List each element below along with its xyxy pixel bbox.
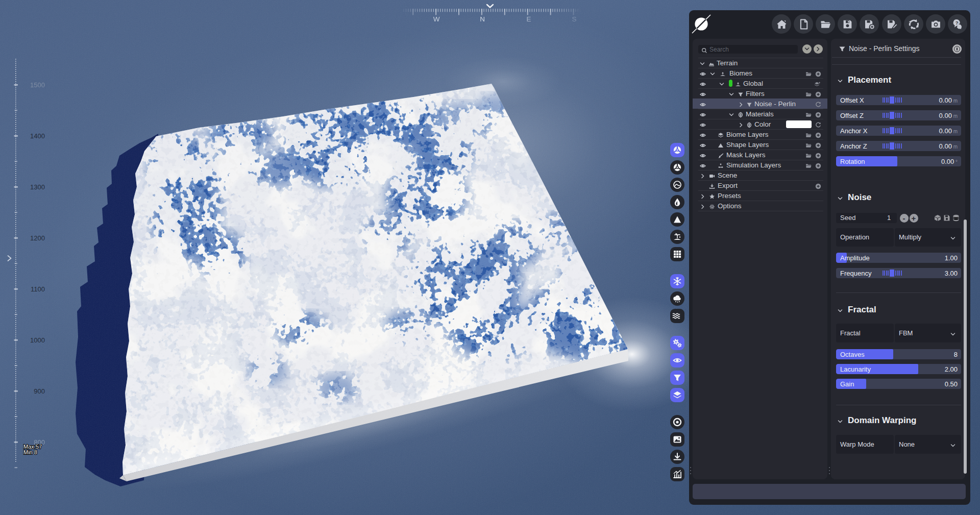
svg-text:1000: 1000: [30, 336, 45, 344]
svg-text:E: E: [526, 15, 531, 23]
svg-text:1400: 1400: [30, 132, 45, 140]
svg-text:W: W: [433, 15, 440, 23]
svg-text:1100: 1100: [31, 285, 45, 293]
svg-text:1500: 1500: [30, 81, 45, 89]
svg-text:1200: 1200: [30, 234, 45, 242]
svg-text:N: N: [480, 15, 485, 23]
svg-text:1300: 1300: [30, 183, 45, 191]
svg-text:S: S: [572, 15, 576, 23]
svg-text:900: 900: [34, 387, 45, 395]
svg-text:?: ?: [955, 19, 958, 25]
svg-text:Min 8: Min 8: [23, 449, 37, 455]
